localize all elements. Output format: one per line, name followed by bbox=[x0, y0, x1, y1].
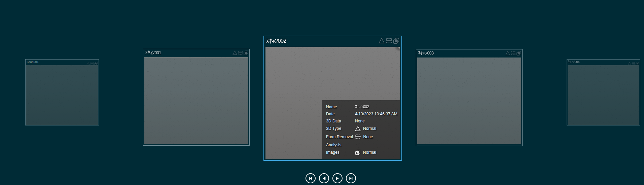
svg-text:002: 002 bbox=[363, 105, 369, 109]
svg-text:003: 003 bbox=[427, 51, 434, 55]
svg-text:004: 004 bbox=[575, 60, 580, 63]
svg-text:002: 002 bbox=[278, 38, 286, 44]
svg-text:001: 001 bbox=[155, 50, 162, 55]
